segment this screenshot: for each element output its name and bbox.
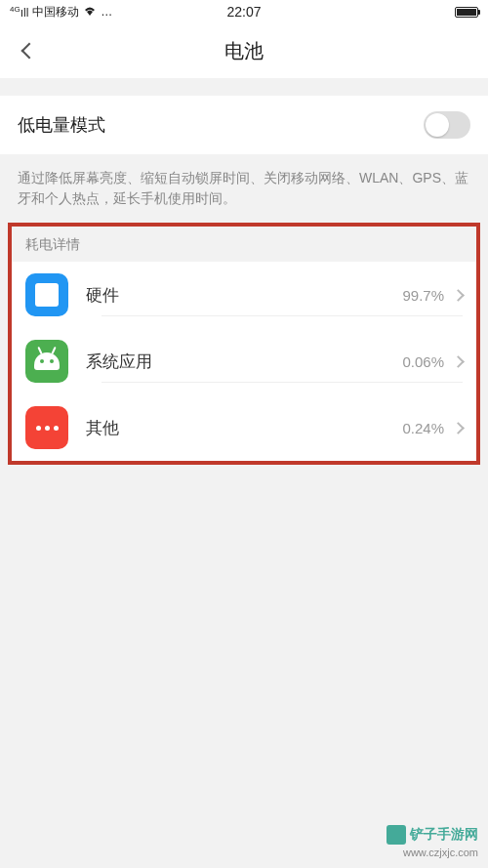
watermark-title: 铲子手游网 <box>410 826 478 844</box>
toggle-knob <box>426 113 449 137</box>
usage-item-label: 系统应用 <box>86 351 402 373</box>
status-bar: 4Gıll 中国移动 … 22:07 <box>0 0 488 23</box>
chevron-right-icon <box>452 422 465 434</box>
watermark-url: www.czjxjc.com <box>386 847 478 858</box>
usage-item-value: 99.7% <box>402 287 444 304</box>
usage-row-hardware[interactable]: 硬件 99.7% <box>12 262 476 328</box>
back-button[interactable] <box>18 39 41 62</box>
chevron-right-icon <box>452 355 465 368</box>
status-right <box>455 7 478 18</box>
low-power-label: 低电量模式 <box>18 113 424 137</box>
low-power-row[interactable]: 低电量模式 <box>0 96 488 154</box>
usage-item-label: 硬件 <box>86 284 402 307</box>
status-extra: … <box>101 5 112 19</box>
usage-section-header: 耗电详情 <box>12 227 476 262</box>
watermark: 铲子手游网 www.czjxjc.com <box>386 825 478 858</box>
usage-row-system[interactable]: 系统应用 0.06% <box>12 328 476 394</box>
chevron-right-icon <box>452 289 465 302</box>
nav-header: 电池 <box>0 23 488 78</box>
page-title: 电池 <box>224 38 264 64</box>
system-app-icon <box>25 340 68 383</box>
other-icon <box>25 406 68 449</box>
wifi-icon <box>83 5 97 19</box>
battery-icon <box>455 7 478 18</box>
usage-highlight-box: 耗电详情 硬件 99.7% 系统应用 0.06% <box>8 223 480 465</box>
usage-item-value: 0.06% <box>402 353 444 370</box>
status-time: 22:07 <box>226 4 261 20</box>
hardware-icon <box>25 273 68 316</box>
usage-item-label: 其他 <box>86 417 402 439</box>
carrier-name: 中国移动 <box>32 4 79 21</box>
usage-row-other[interactable]: 其他 0.24% <box>12 394 476 461</box>
section-gap <box>0 78 488 96</box>
signal-indicator: 4Gıll <box>10 5 28 20</box>
usage-item-value: 0.24% <box>402 420 444 436</box>
low-power-description: 通过降低屏幕亮度、缩短自动锁屏时间、关闭移动网络、WLAN、GPS、蓝牙和个人热… <box>0 154 488 223</box>
status-left: 4Gıll 中国移动 … <box>10 4 112 21</box>
low-power-toggle[interactable] <box>424 111 470 139</box>
chevron-left-icon <box>21 43 38 60</box>
watermark-logo-icon <box>386 825 406 845</box>
